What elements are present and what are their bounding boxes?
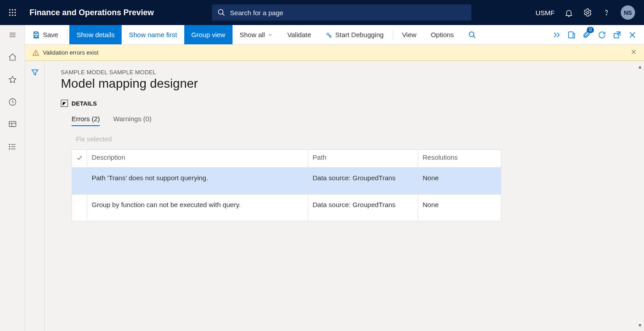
message-close-button[interactable] bbox=[631, 49, 637, 56]
svg-point-29 bbox=[469, 32, 474, 37]
svg-line-30 bbox=[473, 36, 475, 38]
col-resolutions[interactable]: Resolutions bbox=[418, 150, 501, 168]
svg-point-6 bbox=[9, 14, 10, 16]
grid-row[interactable]: Group by function can not be executed wi… bbox=[72, 195, 501, 221]
separator bbox=[67, 30, 68, 40]
svg-point-5 bbox=[14, 12, 16, 13]
clock-icon bbox=[8, 98, 17, 106]
svg-point-3 bbox=[9, 12, 10, 13]
breadcrumb: SAMPLE MODEL SAMPLE MODEL bbox=[61, 69, 620, 76]
hamburger-icon bbox=[8, 30, 17, 39]
separator bbox=[393, 30, 393, 40]
details-section-header[interactable]: ◤ DETAILS bbox=[61, 100, 620, 107]
close-icon bbox=[631, 49, 637, 55]
settings-icon[interactable] bbox=[583, 8, 592, 17]
select-all-header[interactable] bbox=[72, 150, 87, 168]
svg-point-8 bbox=[14, 14, 16, 16]
search-icon bbox=[468, 31, 476, 39]
waffle-icon bbox=[8, 8, 17, 17]
vertical-scrollbar[interactable]: ▴ ▾ bbox=[636, 61, 644, 331]
svg-point-7 bbox=[12, 14, 13, 16]
svg-point-9 bbox=[218, 9, 223, 14]
show-details-button[interactable]: Show details bbox=[69, 25, 122, 44]
nav-hamburger[interactable] bbox=[7, 30, 18, 40]
fix-selected-button: Fix selected bbox=[76, 135, 112, 143]
grid-header-row: Description Path Resolutions bbox=[72, 150, 501, 168]
show-all-button[interactable]: Show all bbox=[233, 25, 280, 44]
svg-rect-26 bbox=[35, 35, 38, 37]
row-select[interactable] bbox=[72, 195, 87, 221]
save-button[interactable]: Save bbox=[25, 25, 65, 44]
app-title: Finance and Operations Preview bbox=[25, 8, 154, 17]
app-launcher-button[interactable] bbox=[0, 8, 25, 17]
open-excel-icon[interactable] bbox=[567, 30, 576, 39]
col-description[interactable]: Description bbox=[87, 150, 308, 168]
company-selector[interactable]: USMF bbox=[536, 9, 555, 17]
cell-description: Path 'Trans' does not support querying. bbox=[87, 168, 308, 195]
workspace-icon bbox=[8, 120, 17, 129]
search-icon bbox=[217, 8, 225, 17]
save-icon bbox=[32, 31, 40, 39]
action-pane: Save Show details Show name first Group … bbox=[25, 25, 644, 45]
star-icon bbox=[8, 75, 17, 84]
global-search[interactable]: Search for a page bbox=[212, 4, 471, 21]
cell-description: Group by function can not be executed wi… bbox=[87, 195, 308, 221]
grid-toolbar: Fix selected bbox=[61, 126, 620, 149]
cell-path: Data source: GroupedTrans bbox=[308, 195, 418, 221]
svg-point-1 bbox=[12, 9, 13, 10]
validate-button[interactable]: Validate bbox=[280, 25, 318, 44]
global-topbar: Finance and Operations Preview Search fo… bbox=[0, 0, 644, 25]
svg-point-25 bbox=[9, 149, 10, 149]
group-view-button[interactable]: Group view bbox=[184, 25, 233, 44]
list-icon bbox=[8, 142, 17, 151]
nav-home[interactable] bbox=[7, 52, 18, 63]
page-search-button[interactable] bbox=[461, 25, 483, 44]
filter-icon[interactable] bbox=[30, 68, 39, 77]
start-debugging-button[interactable]: Start Debugging bbox=[318, 25, 390, 44]
view-button[interactable]: View bbox=[395, 25, 424, 44]
popout-icon[interactable] bbox=[613, 30, 622, 39]
main-panel: SAMPLE MODEL SAMPLE MODEL Model mapping … bbox=[45, 61, 644, 331]
chevron-down-icon bbox=[267, 32, 273, 38]
col-path[interactable]: Path bbox=[308, 150, 418, 168]
message-bar: Validation errors exist bbox=[25, 45, 644, 61]
page-title: Model mapping designer bbox=[61, 76, 620, 91]
user-avatar[interactable]: NS bbox=[621, 5, 635, 20]
notifications-icon[interactable] bbox=[564, 8, 573, 17]
checkmark-icon bbox=[76, 154, 83, 161]
topbar-right: USMF NS bbox=[536, 5, 644, 20]
svg-rect-31 bbox=[568, 32, 573, 38]
nav-favorites[interactable] bbox=[7, 74, 18, 85]
tab-errors[interactable]: Errors (2) bbox=[72, 115, 100, 126]
scroll-down-icon[interactable]: ▾ bbox=[639, 322, 641, 328]
refresh-icon[interactable] bbox=[597, 30, 606, 39]
debug-icon bbox=[325, 31, 332, 38]
show-name-first-button[interactable]: Show name first bbox=[122, 25, 184, 44]
collapse-triangle-icon: ◤ bbox=[61, 100, 68, 107]
details-label: DETAILS bbox=[72, 100, 97, 107]
row-select[interactable] bbox=[72, 168, 87, 195]
warning-icon bbox=[32, 49, 39, 56]
cell-path: Data source: GroupedTrans bbox=[308, 168, 418, 195]
close-page-icon[interactable] bbox=[628, 30, 637, 39]
search-placeholder: Search for a page bbox=[230, 9, 283, 17]
nav-workspaces[interactable] bbox=[7, 119, 18, 130]
tabs: Errors (2) Warnings (0) bbox=[61, 115, 620, 126]
cell-resolutions: None bbox=[418, 168, 501, 195]
collapse-icon[interactable] bbox=[552, 30, 561, 39]
svg-point-24 bbox=[9, 146, 10, 147]
grid-row[interactable]: Path 'Trans' does not support querying. … bbox=[72, 168, 501, 195]
svg-line-10 bbox=[222, 13, 225, 16]
svg-rect-17 bbox=[9, 121, 16, 127]
help-icon[interactable] bbox=[602, 8, 611, 17]
nav-modules[interactable] bbox=[7, 141, 18, 152]
attachments-badge: 0 bbox=[587, 27, 594, 33]
svg-point-23 bbox=[9, 144, 10, 145]
svg-point-4 bbox=[12, 12, 13, 13]
tab-warnings[interactable]: Warnings (0) bbox=[113, 115, 151, 126]
scroll-up-icon[interactable]: ▴ bbox=[639, 64, 641, 70]
options-button[interactable]: Options bbox=[424, 25, 461, 44]
content-area: SAMPLE MODEL SAMPLE MODEL Model mapping … bbox=[25, 61, 644, 331]
nav-recent[interactable] bbox=[7, 97, 18, 107]
attachments-button[interactable]: 0 bbox=[582, 30, 591, 40]
